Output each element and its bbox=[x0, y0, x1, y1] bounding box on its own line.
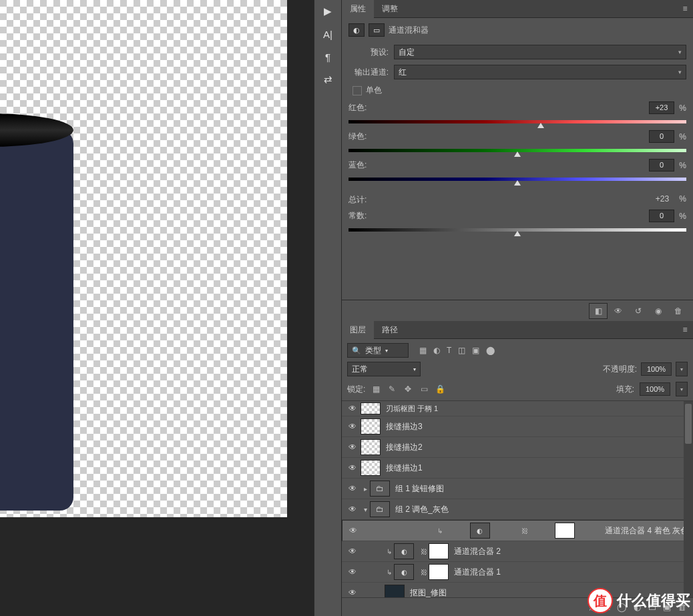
lock-position-icon[interactable]: ✥ bbox=[403, 384, 413, 394]
document-subject bbox=[0, 113, 83, 447]
visibility-toggle[interactable]: 👁 bbox=[344, 463, 361, 473]
visibility-toggle[interactable]: 👁 bbox=[345, 526, 361, 535]
layer-item[interactable]: 👁 刃垢枢图 于柄 1 bbox=[342, 401, 693, 416]
constant-slider[interactable] bbox=[349, 226, 686, 234]
mask-thumb[interactable] bbox=[429, 543, 449, 559]
layer-item-adjustment[interactable]: 👁 ↳ ◐ ⛓ 通道混合器 1 bbox=[342, 562, 693, 583]
visibility-toggle[interactable]: 👁 bbox=[344, 422, 361, 431]
green-label: 绿色: bbox=[349, 131, 649, 142]
preset-select[interactable]: 自定▾ bbox=[394, 45, 686, 59]
layer-group[interactable]: 👁 ▾ 🗀 组 2 调色_灰色 bbox=[342, 499, 693, 520]
link-icon[interactable]: ⛓ bbox=[419, 548, 429, 555]
folder-icon: 🗀 bbox=[370, 481, 390, 497]
fx-icon[interactable]: fx bbox=[604, 602, 610, 612]
blend-mode-select[interactable]: 正常▾ bbox=[347, 362, 421, 376]
layer-group[interactable]: 👁 ▸ 🗀 组 1 旋钮修图 bbox=[342, 479, 693, 499]
adjustment-add-icon[interactable]: ◐ bbox=[634, 602, 641, 612]
layers-tabbar: 图层 路径 ≡ bbox=[342, 321, 693, 339]
green-slider[interactable] bbox=[349, 147, 686, 155]
link-layers-icon[interactable]: ⛓ bbox=[588, 602, 597, 612]
visibility-toggle[interactable]: 👁 bbox=[344, 547, 361, 556]
visibility-toggle[interactable]: 👁 bbox=[344, 505, 361, 514]
filter-smart-icon[interactable]: ▣ bbox=[472, 346, 479, 355]
blue-slider[interactable] bbox=[349, 176, 686, 184]
link-icon[interactable]: ⛓ bbox=[520, 527, 529, 535]
lock-artboard-icon[interactable]: ▭ bbox=[419, 384, 429, 394]
vertical-tool-strip: ▶ A| ¶ ⇄ bbox=[314, 0, 342, 616]
constant-input[interactable]: 0 bbox=[649, 210, 674, 222]
properties-body: ◐ ▭ 通道混和器 预设: 自定▾ 输出通道: 红▾ 单色 bbox=[342, 18, 693, 246]
visibility-toggle[interactable]: 👁 bbox=[344, 567, 361, 577]
panel-menu-icon[interactable]: ≡ bbox=[677, 4, 693, 13]
layer-item[interactable]: 👁 接缝描边3 bbox=[342, 416, 693, 437]
reset-icon[interactable]: ↺ bbox=[629, 303, 648, 319]
visibility-toggle[interactable]: 👁 bbox=[344, 588, 361, 597]
lock-all-icon[interactable]: 🔒 bbox=[435, 384, 445, 394]
layer-item-adjustment[interactable]: 👁 ↳ ◐ ⛓ 通道混合器 2 bbox=[342, 541, 693, 562]
preset-label: 预设: bbox=[349, 47, 394, 58]
red-input[interactable]: +23 bbox=[649, 101, 674, 114]
filter-toggle-icon[interactable]: ⬤ bbox=[486, 346, 495, 355]
filter-pixel-icon[interactable]: ▦ bbox=[419, 346, 427, 355]
lock-pixels-icon[interactable]: ✎ bbox=[387, 384, 397, 394]
filter-type-icon[interactable]: T bbox=[447, 346, 451, 355]
fill-flyout[interactable]: ▾ bbox=[676, 382, 688, 396]
visibility-toggle[interactable]: 👁 bbox=[344, 442, 361, 452]
layer-thumb bbox=[361, 402, 381, 414]
blue-label: 蓝色: bbox=[349, 160, 649, 171]
lock-transparency-icon[interactable]: ▦ bbox=[371, 384, 381, 394]
mask-thumb[interactable] bbox=[429, 564, 449, 580]
mask-icon[interactable]: ▭ bbox=[369, 23, 385, 37]
new-layer-icon[interactable]: ▣ bbox=[663, 602, 671, 612]
properties-title: 通道混和器 bbox=[389, 25, 429, 36]
layer-item[interactable]: 👁 抠图_修图 bbox=[342, 583, 693, 597]
character-icon[interactable]: A| bbox=[322, 28, 334, 40]
layer-thumb bbox=[361, 460, 381, 476]
green-input[interactable]: 0 bbox=[649, 130, 674, 143]
visibility-toggle[interactable]: 👁 bbox=[344, 404, 361, 413]
group-caret-closed[interactable]: ▸ bbox=[361, 485, 370, 493]
tab-paths[interactable]: 路径 bbox=[374, 321, 406, 339]
visibility-toggle[interactable]: 👁 bbox=[344, 484, 361, 493]
filter-adjust-icon[interactable]: ◐ bbox=[433, 346, 440, 355]
canvas-area[interactable] bbox=[0, 0, 314, 616]
opacity-flyout[interactable]: ▾ bbox=[676, 362, 688, 376]
tab-layers[interactable]: 图层 bbox=[342, 321, 374, 339]
filter-shape-icon[interactable]: ◫ bbox=[458, 346, 465, 355]
mask-add-icon[interactable]: ◯ bbox=[617, 602, 627, 612]
properties-tabbar: 属性 调整 ≡ bbox=[342, 0, 693, 18]
layer-list[interactable]: 👁 刃垢枢图 于柄 1 👁 接缝描边3 👁 接缝描边2 👁 接缝描边1 👁 bbox=[342, 400, 693, 597]
view-previous-icon[interactable]: 👁 bbox=[609, 303, 628, 319]
fill-input[interactable]: 100% bbox=[640, 382, 670, 396]
group-add-icon[interactable]: 🗀 bbox=[648, 602, 656, 612]
group-caret-open[interactable]: ▾ bbox=[361, 506, 370, 513]
layer-item-adjustment[interactable]: 👁 ↳ ◐ ⛓ 通道混合器 4 着色 灰色 bbox=[342, 520, 693, 541]
output-channel-select[interactable]: 红▾ bbox=[394, 65, 686, 79]
blue-input[interactable]: 0 bbox=[649, 159, 674, 172]
output-channel-label: 输出通道: bbox=[349, 67, 394, 78]
layer-item[interactable]: 👁 接缝描边2 bbox=[342, 437, 693, 458]
red-slider[interactable] bbox=[349, 118, 686, 126]
layers-scrollbar[interactable] bbox=[684, 401, 693, 597]
layers-menu-icon[interactable]: ≡ bbox=[677, 325, 693, 334]
layer-thumb bbox=[385, 585, 405, 597]
tab-properties[interactable]: 属性 bbox=[342, 0, 374, 18]
canvas[interactable] bbox=[0, 0, 287, 517]
paragraph-icon[interactable]: ¶ bbox=[322, 51, 334, 63]
fill-label: 填充: bbox=[616, 384, 634, 395]
layer-item[interactable]: 👁 接缝描边1 bbox=[342, 458, 693, 479]
monochrome-checkbox[interactable] bbox=[353, 86, 362, 95]
opacity-input[interactable]: 100% bbox=[641, 362, 672, 376]
trash-icon[interactable]: 🗑 bbox=[669, 303, 688, 319]
scrollbar-thumb[interactable] bbox=[685, 404, 692, 444]
delete-layer-icon[interactable]: 🗑 bbox=[678, 602, 686, 612]
link-icon[interactable]: ⛓ bbox=[419, 569, 429, 576]
mask-thumb[interactable] bbox=[555, 523, 575, 539]
total-value: +23 bbox=[650, 194, 674, 206]
toggle-visibility-icon[interactable]: ◉ bbox=[649, 303, 668, 319]
play-icon[interactable]: ▶ bbox=[322, 5, 334, 17]
swatches-icon[interactable]: ⇄ bbox=[322, 73, 334, 85]
layer-filter-select[interactable]: 🔍 类型 ▾ bbox=[347, 343, 409, 358]
tab-adjustments[interactable]: 调整 bbox=[374, 0, 406, 18]
clip-to-layer-icon[interactable]: ◧ bbox=[589, 303, 608, 319]
